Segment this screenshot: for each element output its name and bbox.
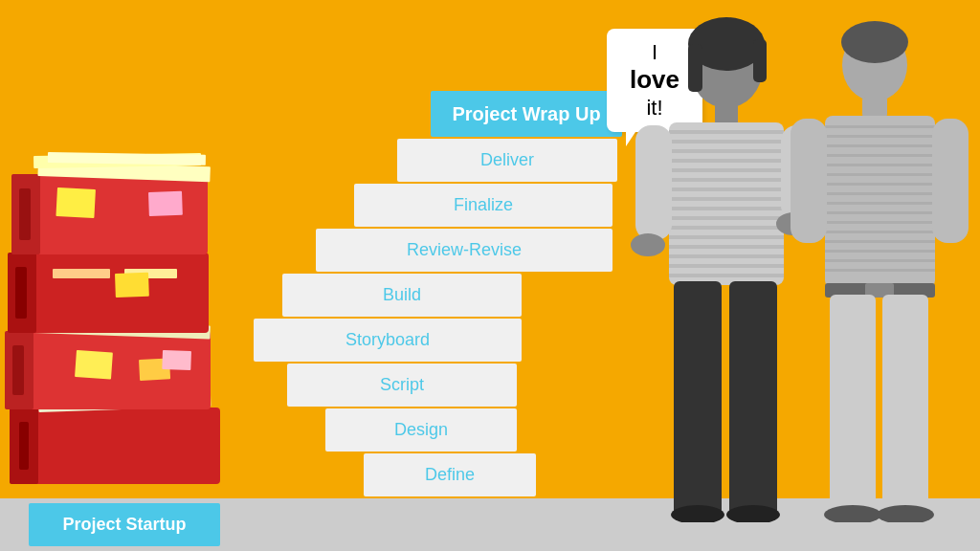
svg-rect-48 (669, 226, 784, 230)
svg-rect-41 (669, 159, 784, 163)
svg-point-56 (631, 233, 665, 256)
step-label-finalize: Finalize (454, 195, 513, 215)
steps-container: Project Wrap UpDeliverFinalizeReview-Rev… (230, 91, 622, 498)
step-finalize: Finalize (354, 184, 612, 227)
step-script: Script (287, 364, 517, 407)
svg-rect-47 (669, 216, 784, 220)
step-label-define: Define (425, 465, 475, 485)
svg-rect-67 (825, 135, 935, 138)
svg-rect-2 (19, 422, 29, 470)
svg-rect-26 (56, 187, 96, 218)
svg-rect-84 (791, 119, 827, 243)
svg-rect-42 (669, 168, 784, 172)
svg-rect-40 (669, 149, 784, 153)
step-label-review-revise: Review-Revise (407, 240, 522, 260)
svg-rect-27 (115, 273, 149, 298)
binders-svg (0, 82, 230, 503)
project-startup-label: Project Startup (29, 503, 220, 546)
svg-rect-72 (825, 183, 935, 186)
svg-rect-31 (162, 350, 191, 370)
svg-rect-14 (15, 267, 27, 319)
svg-rect-66 (825, 125, 935, 128)
svg-rect-0 (10, 408, 220, 484)
svg-rect-75 (825, 211, 935, 214)
svg-rect-80 (825, 259, 935, 262)
svg-rect-71 (825, 173, 935, 176)
svg-rect-64 (862, 97, 887, 118)
svg-rect-43 (669, 178, 784, 182)
svg-rect-46 (669, 207, 784, 210)
svg-rect-35 (753, 39, 767, 82)
step-review-revise: Review-Revise (316, 229, 612, 272)
svg-rect-58 (674, 281, 722, 516)
svg-rect-8 (12, 345, 24, 395)
svg-rect-50 (669, 245, 784, 249)
svg-rect-51 (669, 254, 784, 258)
step-label-design: Design (394, 420, 448, 440)
step-storyboard: Storyboard (254, 319, 522, 362)
svg-rect-79 (825, 250, 935, 253)
svg-rect-59 (729, 281, 777, 516)
svg-rect-68 (825, 144, 935, 147)
svg-rect-39 (669, 140, 784, 143)
svg-rect-44 (669, 187, 784, 191)
svg-rect-54 (635, 125, 672, 240)
people-svg (578, 15, 980, 522)
svg-rect-45 (669, 197, 784, 201)
people-area (578, 15, 980, 503)
svg-rect-34 (688, 44, 702, 92)
binders-area (0, 82, 239, 513)
svg-rect-77 (825, 231, 935, 233)
svg-rect-78 (825, 240, 935, 243)
svg-rect-15 (53, 269, 110, 278)
step-label-deliver: Deliver (480, 150, 534, 170)
svg-rect-38 (669, 130, 784, 134)
svg-rect-12 (8, 253, 209, 333)
svg-rect-73 (825, 192, 935, 195)
step-build: Build (282, 274, 522, 317)
svg-rect-22 (19, 188, 31, 240)
app-container: Project Wrap UpDeliverFinalizeReview-Rev… (0, 0, 980, 551)
svg-rect-28 (75, 350, 113, 380)
svg-rect-81 (825, 269, 935, 272)
svg-rect-37 (669, 122, 784, 285)
svg-rect-52 (669, 264, 784, 268)
step-label-script: Script (380, 375, 424, 395)
svg-rect-76 (825, 221, 935, 224)
step-label-storyboard: Storyboard (345, 330, 430, 350)
svg-rect-30 (148, 191, 183, 216)
svg-rect-53 (669, 274, 784, 277)
svg-rect-85 (932, 119, 969, 243)
step-define: Define (364, 453, 536, 496)
svg-rect-69 (825, 154, 935, 157)
svg-point-63 (841, 21, 908, 63)
svg-rect-36 (715, 101, 738, 125)
svg-rect-86 (830, 295, 876, 517)
svg-rect-74 (825, 202, 935, 205)
svg-rect-70 (825, 164, 935, 166)
step-label-build: Build (383, 285, 421, 305)
svg-rect-49 (669, 235, 784, 239)
step-design: Design (325, 408, 517, 452)
svg-rect-87 (882, 295, 928, 517)
